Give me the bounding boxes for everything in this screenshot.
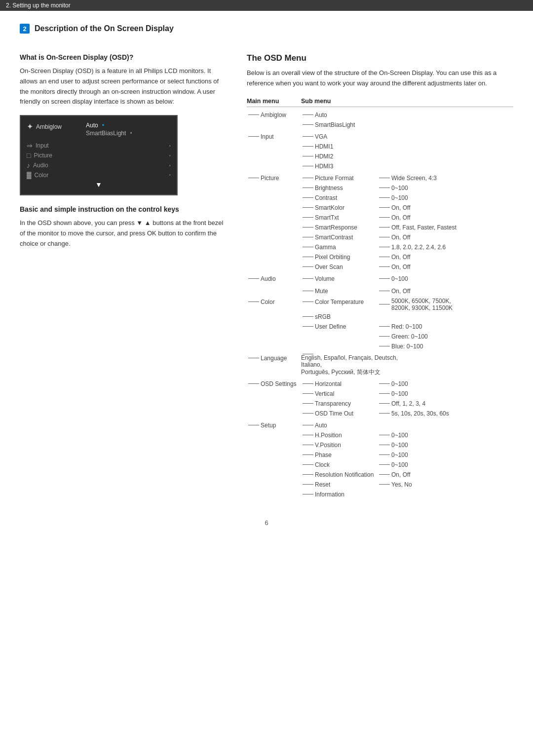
menu-row-hdmi3: HDMI3 (247, 161, 513, 171)
osd-row-ambiglow: ✦ Ambiglow Auto • SmartBiasLight (27, 122, 171, 137)
osd-menu-title: The OSD Menu (247, 53, 513, 63)
osd-row-audio: ♪ Audio • (27, 161, 171, 169)
menu-row-contrast: Contrast 0~100 (247, 193, 513, 203)
section-number: 2 (20, 24, 30, 34)
header-val (378, 98, 513, 105)
menu-row-osd-timeout: OSD Time Out 5s, 10s, 20s, 30s, 60s (247, 409, 513, 418)
menu-row-pixel-orbiting: Pixel Orbiting On, Off (247, 252, 513, 262)
page-number: 6 (20, 519, 513, 527)
menu-row-reset: Reset Yes, No (247, 480, 513, 490)
menu-header-row: Main menu Sub menu (247, 98, 513, 107)
menu-row-osd-settings: OSD Settings Horizontal 0~100 (247, 379, 513, 389)
menu-row-phase: Phase 0~100 (247, 450, 513, 460)
menu-row-smartkolor: SmartKolor On, Off (247, 203, 513, 213)
instruction-title: Basic and simple instruction on the cont… (20, 205, 227, 213)
menu-row-resolution-notification: Resolution Notification On, Off (247, 470, 513, 480)
menu-row-hposition: H.Position 0~100 (247, 430, 513, 440)
left-column: What is On-Screen Display (OSD)? On-Scre… (20, 53, 227, 499)
menu-row-vposition: V.Position 0~100 (247, 440, 513, 450)
menu-row-smartcontrast: SmartContrast On, Off (247, 232, 513, 242)
page-container: 2. Setting up the monitor 2 Description … (0, 0, 533, 756)
menu-row-smartresponse: SmartResponse Off, Fast, Faster, Fastest (247, 223, 513, 232)
menu-row-hdmi1: HDMI1 (247, 142, 513, 151)
osd-down-arrow: ▼ (27, 181, 171, 189)
menu-row-user-define: User Define Red: 0~100 (247, 322, 513, 332)
osd-what-title: What is On-Screen Display (OSD)? (20, 53, 227, 61)
menu-row-smartbiaslight: SmartBiasLight (247, 120, 513, 130)
breadcrumb: 2. Setting up the monitor (0, 0, 533, 11)
menu-row-language: Language English, Español, Français, Deu… (247, 353, 513, 377)
section-header: 2 Description of the On Screen Display (20, 24, 513, 34)
menu-row-audio: Audio Volume 0~100 (247, 274, 513, 284)
menu-row-blue: Blue: 0~100 (247, 341, 513, 351)
menu-row-green: Green: 0~100 (247, 332, 513, 341)
header-main: Main menu (247, 98, 301, 105)
osd-menu-desc: Below is an overall view of the structur… (247, 68, 513, 89)
menu-row-clock: Clock 0~100 (247, 460, 513, 470)
menu-row-gamma: Gamma 1.8, 2.0, 2.2, 2.4, 2.6 (247, 242, 513, 252)
menu-row-color: Color Color Temperature 5000K, 6500K, 75… (247, 297, 513, 312)
osd-menu-table: Main menu Sub menu Ambiglow Auto SmartBi… (247, 98, 513, 499)
section-title: Description of the On Screen Display (35, 24, 174, 33)
menu-row-transparency: Transparency Off, 1, 2, 3, 4 (247, 399, 513, 409)
osd-mockup: ✦ Ambiglow Auto • SmartBiasLight (20, 115, 178, 195)
header-sub: Sub menu (301, 98, 378, 105)
osd-row-color: ▓ Color • (27, 171, 171, 179)
menu-row-over-scan: Over Scan On, Off (247, 262, 513, 272)
menu-row-smarttxt: SmartTxt On, Off (247, 213, 513, 223)
osd-row-input: ⇒ Input • (27, 142, 171, 150)
menu-row-ambiglow: Ambiglow Auto (247, 110, 513, 120)
menu-row-brightness: Brightness 0~100 (247, 183, 513, 193)
instruction-body: In the OSD shown above, you can press ▼ … (20, 218, 227, 249)
menu-row-vertical: Vertical 0~100 (247, 389, 513, 399)
osd-what-body: On-Screen Display (OSD) is a feature in … (20, 66, 227, 107)
menu-row-picture: Picture Picture Format Wide Screen, 4:3 (247, 173, 513, 183)
menu-row-setup: Setup Auto (247, 420, 513, 430)
menu-row-input: Input VGA (247, 132, 513, 142)
menu-row-srgb: sRGB (247, 312, 513, 322)
osd-row-picture: □ Picture • (27, 151, 171, 159)
menu-row-hdmi2: HDMI2 (247, 151, 513, 161)
menu-row-mute: Mute On, Off (247, 284, 513, 295)
menu-row-information: Information (247, 490, 513, 499)
right-column: The OSD Menu Below is an overall view of… (247, 53, 513, 499)
